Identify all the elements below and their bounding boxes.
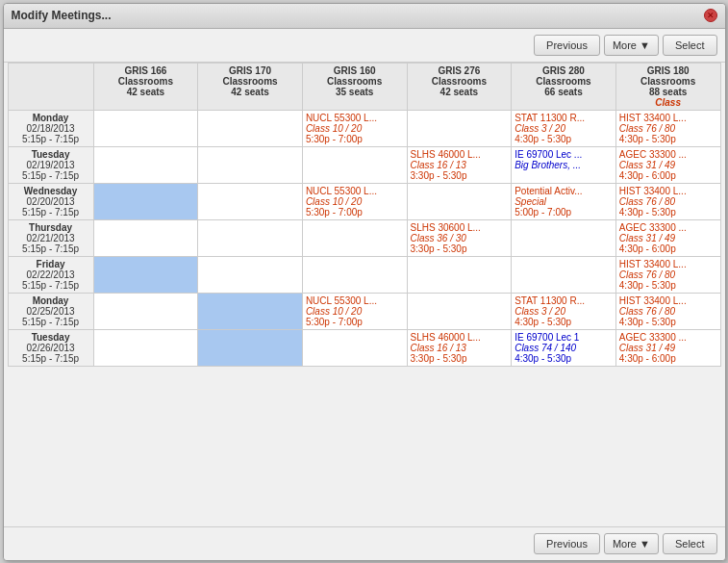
schedule-cell: IE 69700 Lec ... Big Brothers, ... <box>512 146 616 183</box>
table-row: Tuesday02/26/20135:15p - 7:15p SLHS 4600… <box>8 329 720 366</box>
table-row: Friday02/22/20135:15p - 7:15p HIST 33400… <box>8 256 720 293</box>
schedule-cell[interactable] <box>93 329 198 366</box>
schedule-cell[interactable] <box>512 256 616 293</box>
schedule-cell: HIST 33400 L... Class 76 / 80 4:30p - 5:… <box>615 183 720 219</box>
table-row: Monday02/18/20135:15p - 7:15p NUCL 55300… <box>8 110 720 146</box>
header-gris180: GRIS 180 Classrooms 88 seats Class <box>615 63 720 110</box>
top-select-button[interactable]: Select <box>663 35 717 56</box>
time-cell: Wednesday02/20/20135:15p - 7:15p <box>8 183 93 219</box>
schedule-cell: HIST 33400 L... Class 76 / 80 4:30p - 5:… <box>615 110 720 146</box>
schedule-cell[interactable] <box>407 183 512 219</box>
schedule-cell[interactable] <box>93 110 198 146</box>
schedule-cell: NUCL 55300 L... Class 10 / 20 5:30p - 7:… <box>302 183 407 219</box>
schedule-cell[interactable] <box>93 219 198 256</box>
schedule-cell[interactable] <box>198 183 303 219</box>
header-gris280: GRIS 280 Classrooms 66 seats <box>512 63 616 110</box>
time-cell: Monday02/25/20135:15p - 7:15p <box>8 293 93 329</box>
schedule-cell: STAT 11300 R... Class 3 / 20 4:30p - 5:3… <box>512 293 616 329</box>
header-gris160: GRIS 160 Classrooms 35 seats <box>302 63 407 110</box>
schedule-cell: AGEC 33300 ... Class 31 / 49 4:30p - 6:0… <box>615 219 720 256</box>
schedule-cell[interactable] <box>93 256 198 293</box>
time-cell: Tuesday02/26/20135:15p - 7:15p <box>8 329 93 366</box>
schedule-cell[interactable] <box>302 256 407 293</box>
schedule-cell: NUCL 55300 L... Class 10 / 20 5:30p - 7:… <box>302 293 407 329</box>
schedule-cell[interactable] <box>198 219 303 256</box>
header-gris170: GRIS 170 Classrooms 42 seats <box>198 63 303 110</box>
header-gris166: GRIS 166 Classrooms 42 seats <box>93 63 198 110</box>
schedule-cell[interactable] <box>198 110 303 146</box>
schedule-cell[interactable] <box>407 256 512 293</box>
schedule-cell: AGEC 33300 ... Class 31 / 49 4:30p - 6:0… <box>615 329 720 366</box>
schedule-cell[interactable] <box>198 293 303 329</box>
bottom-previous-button[interactable]: Previous <box>534 533 600 554</box>
table-row: Thursday02/21/20135:15p - 7:15p SLHS 306… <box>8 219 720 256</box>
schedule-cell: SLHS 46000 L... Class 16 / 13 3:30p - 5:… <box>407 146 512 183</box>
bottom-more-button[interactable]: More ▼ <box>604 533 659 554</box>
schedule-cell[interactable] <box>198 146 303 183</box>
dialog-title: Modify Meetings... <box>12 9 112 22</box>
bottom-toolbar: Previous More ▼ Select <box>4 526 725 560</box>
schedule-table: GRIS 166 Classrooms 42 seats GRIS 170 Cl… <box>8 63 721 367</box>
time-cell: Friday02/22/20135:15p - 7:15p <box>8 256 93 293</box>
top-previous-button[interactable]: Previous <box>534 35 600 56</box>
schedule-cell[interactable] <box>302 146 407 183</box>
table-header-row: GRIS 166 Classrooms 42 seats GRIS 170 Cl… <box>8 63 720 110</box>
table-row: Monday02/25/20135:15p - 7:15p NUCL 55300… <box>8 293 720 329</box>
schedule-cell[interactable] <box>93 293 198 329</box>
schedule-cell: Potential Activ... Special 5:00p - 7:00p <box>512 183 616 219</box>
top-toolbar: Previous More ▼ Select <box>4 29 725 63</box>
schedule-cell[interactable] <box>407 293 512 329</box>
schedule-table-container: GRIS 166 Classrooms 42 seats GRIS 170 Cl… <box>4 63 725 526</box>
schedule-cell[interactable] <box>302 219 407 256</box>
schedule-cell[interactable] <box>93 146 198 183</box>
schedule-cell: HIST 33400 L... Class 76 / 80 4:30p - 5:… <box>615 256 720 293</box>
time-cell: Thursday02/21/20135:15p - 7:15p <box>8 219 93 256</box>
close-button[interactable]: ✕ <box>704 9 717 22</box>
table-row: Wednesday02/20/20135:15p - 7:15p NUCL 55… <box>8 183 720 219</box>
schedule-cell: STAT 11300 R... Class 3 / 20 4:30p - 5:3… <box>512 110 616 146</box>
top-more-button[interactable]: More ▼ <box>604 35 659 56</box>
bottom-select-button[interactable]: Select <box>663 533 717 554</box>
header-time <box>8 63 93 110</box>
table-row: Tuesday02/19/20135:15p - 7:15p SLHS 4600… <box>8 146 720 183</box>
title-bar: Modify Meetings... ✕ <box>4 4 725 29</box>
schedule-cell: AGEC 33300 ... Class 31 / 49 4:30p - 6:0… <box>615 146 720 183</box>
modify-meetings-dialog: Modify Meetings... ✕ Previous More ▼ Sel… <box>3 3 726 561</box>
schedule-cell: SLHS 30600 L... Class 36 / 30 3:30p - 5:… <box>407 219 512 256</box>
schedule-cell: SLHS 46000 L... Class 16 / 13 3:30p - 5:… <box>407 329 512 366</box>
time-cell: Monday02/18/20135:15p - 7:15p <box>8 110 93 146</box>
schedule-cell: NUCL 55300 L... Class 10 / 20 5:30p - 7:… <box>302 110 407 146</box>
time-cell: Tuesday02/19/20135:15p - 7:15p <box>8 146 93 183</box>
schedule-cell[interactable] <box>512 219 616 256</box>
header-gris276: GRIS 276 Classrooms 42 seats <box>407 63 512 110</box>
schedule-cell[interactable] <box>302 329 407 366</box>
schedule-cell[interactable] <box>198 256 303 293</box>
schedule-cell[interactable] <box>93 183 198 219</box>
schedule-cell: HIST 33400 L... Class 76 / 80 4:30p - 5:… <box>615 293 720 329</box>
schedule-cell: IE 69700 Lec 1 Class 74 / 140 4:30p - 5:… <box>512 329 616 366</box>
schedule-cell[interactable] <box>198 329 303 366</box>
schedule-cell[interactable] <box>407 110 512 146</box>
